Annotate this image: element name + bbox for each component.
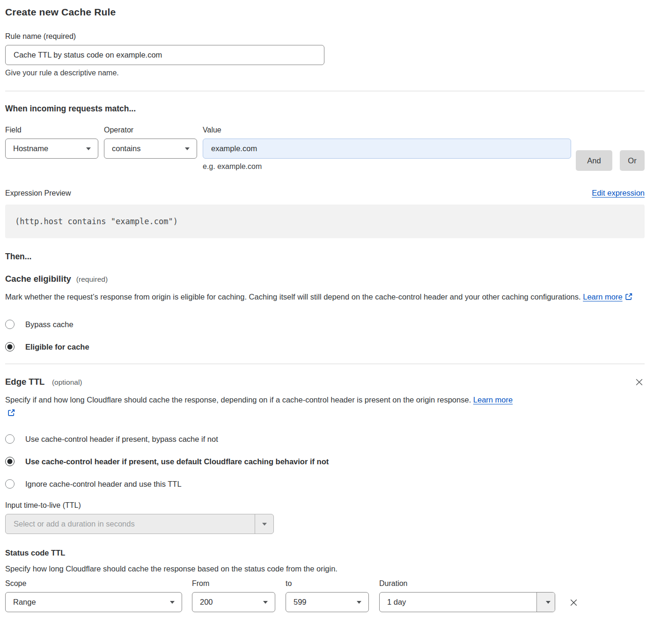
chevron-down-icon xyxy=(263,601,268,604)
cache-eligibility-description: Mark whether the request’s response from… xyxy=(5,290,635,304)
radio-icon[interactable] xyxy=(5,320,15,329)
expression-preview-label: Expression Preview xyxy=(5,189,71,198)
scope-label: Scope xyxy=(5,579,182,588)
field-select-value: Hostname xyxy=(13,144,48,153)
rule-name-help: Give your rule a descriptive name. xyxy=(5,69,645,77)
edge-ttl-description-text: Specify if and how long Cloudflare shoul… xyxy=(5,395,471,404)
edge-ttl-description: Specify if and how long Cloudflare shoul… xyxy=(5,393,522,420)
ttl-duration-placeholder: Select or add a duration in seconds xyxy=(6,514,255,534)
ttl-duration-dropdown-button[interactable] xyxy=(255,514,273,534)
radio-option-use-header-default[interactable]: Use cache-control header if present, use… xyxy=(5,457,645,466)
chevron-down-icon xyxy=(170,601,175,604)
value-input[interactable] xyxy=(203,139,571,159)
edge-ttl-heading: Edge TTL xyxy=(5,377,44,387)
then-heading: Then... xyxy=(5,252,645,262)
divider xyxy=(5,364,645,364)
edit-expression-link[interactable]: Edit expression xyxy=(592,189,645,198)
scope-select-value: Range xyxy=(13,598,36,607)
or-button[interactable]: Or xyxy=(620,150,645,171)
rule-name-label: Rule name (required) xyxy=(5,32,645,41)
radio-icon[interactable] xyxy=(5,479,15,489)
status-code-ttl-heading: Status code TTL xyxy=(5,549,645,557)
and-button[interactable]: And xyxy=(576,150,612,171)
operator-label: Operator xyxy=(104,126,197,134)
create-cache-rule-form: Create new Cache Rule Rule name (require… xyxy=(5,0,645,612)
radio-label: Eligible for cache xyxy=(25,343,89,351)
radio-label: Bypass cache xyxy=(25,320,73,329)
operator-select[interactable]: contains xyxy=(104,139,197,159)
duration-dropdown-button[interactable] xyxy=(536,593,555,612)
radio-label: Use cache-control header if present, byp… xyxy=(25,435,218,444)
learn-more-link[interactable]: Learn more xyxy=(473,395,513,404)
radio-checked-icon[interactable] xyxy=(5,342,15,351)
remove-row-icon[interactable] xyxy=(567,596,580,609)
scope-select[interactable]: Range xyxy=(5,592,182,612)
optional-note: (optional) xyxy=(52,378,82,386)
duration-value: 1 day xyxy=(380,593,536,612)
expression-preview-box: (http.host contains "example.com") xyxy=(5,205,645,238)
from-label: From xyxy=(192,579,275,588)
duration-label: Duration xyxy=(379,579,555,588)
external-link-icon xyxy=(7,407,15,420)
learn-more-link[interactable]: Learn more xyxy=(583,293,622,301)
from-select-value: 200 xyxy=(200,598,213,607)
chevron-down-icon xyxy=(546,601,551,604)
radio-option-use-header-bypass[interactable]: Use cache-control header if present, byp… xyxy=(5,434,645,444)
value-label: Value xyxy=(203,126,571,134)
ttl-duration-select[interactable]: Select or add a duration in seconds xyxy=(5,514,274,534)
to-label: to xyxy=(286,579,369,588)
chevron-down-icon xyxy=(86,147,91,150)
radio-option-eligible-for-cache[interactable]: Eligible for cache xyxy=(5,342,645,351)
rule-name-input[interactable] xyxy=(5,45,324,65)
from-select[interactable]: 200 xyxy=(192,592,275,612)
radio-option-bypass-cache[interactable]: Bypass cache xyxy=(5,320,645,329)
chevron-down-icon xyxy=(357,601,361,604)
page-title: Create new Cache Rule xyxy=(5,7,645,18)
expression-code: (http.host contains "example.com") xyxy=(15,217,178,226)
to-select[interactable]: 599 xyxy=(286,592,369,612)
radio-checked-icon[interactable] xyxy=(5,457,15,466)
match-condition-row: Field Hostname Operator contains Value e… xyxy=(5,126,645,171)
match-section-heading: When incoming requests match... xyxy=(5,104,645,114)
radio-label: Ignore cache-control header and use this… xyxy=(25,480,182,489)
chevron-down-icon xyxy=(262,523,267,526)
required-note: (required) xyxy=(76,275,108,284)
status-code-ttl-description: Specify how long Cloudflare should cache… xyxy=(5,564,645,573)
operator-select-value: contains xyxy=(112,144,140,153)
external-link-icon xyxy=(625,291,633,304)
radio-icon[interactable] xyxy=(5,434,15,444)
ttl-input-label: Input time-to-live (TTL) xyxy=(5,501,645,510)
duration-combobox[interactable]: 1 day xyxy=(379,592,555,612)
chevron-down-icon xyxy=(185,147,190,150)
divider xyxy=(5,91,645,91)
radio-option-ignore-header[interactable]: Ignore cache-control header and use this… xyxy=(5,479,645,489)
field-select[interactable]: Hostname xyxy=(5,139,98,159)
value-help: e.g. example.com xyxy=(203,162,571,171)
to-select-value: 599 xyxy=(294,598,307,607)
radio-label: Use cache-control header if present, use… xyxy=(25,457,329,466)
field-label: Field xyxy=(5,126,98,134)
cache-eligibility-description-text: Mark whether the request’s response from… xyxy=(5,293,581,301)
cache-eligibility-heading: Cache eligibility xyxy=(5,274,71,284)
close-icon[interactable] xyxy=(634,377,645,388)
status-code-ttl-row: Scope Range From 200 to 599 Duration 1 d… xyxy=(5,579,645,612)
